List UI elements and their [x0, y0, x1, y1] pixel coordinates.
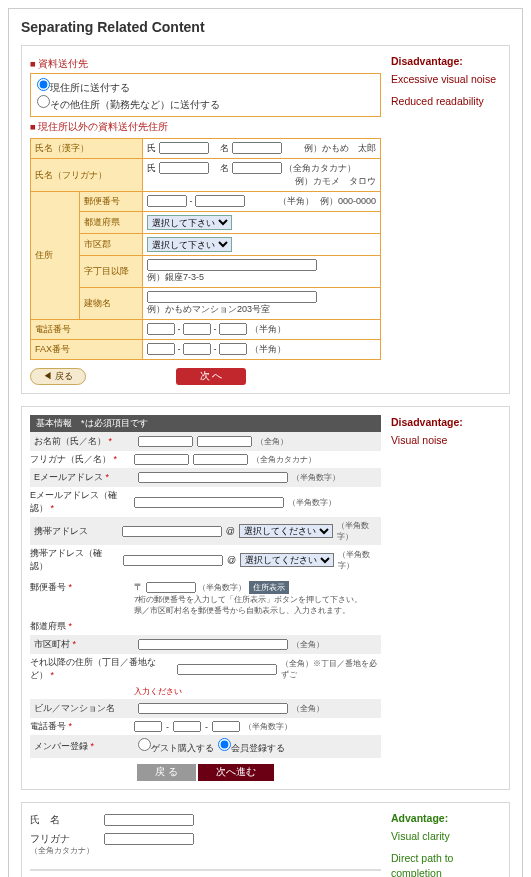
radio-member[interactable]: 会員登録する: [218, 738, 285, 755]
annotation-3-line1: Visual clarity: [391, 829, 501, 844]
example-3-content: 氏 名 フリガナ（全角カタカナ） 郵便番号（半角数字） - （7桁表示が分らない…: [30, 811, 381, 877]
label-city: 市区郡: [80, 234, 143, 256]
button-row-1: ◀ 戻る 次 へ: [30, 368, 381, 385]
input-furigana-2[interactable]: [193, 454, 248, 465]
annotation-3-title: Advantage:: [391, 811, 501, 826]
back-button[interactable]: ◀ 戻る: [30, 368, 86, 385]
page-title: Separating Related Content: [21, 19, 510, 35]
annotation-2: Disadvantage: Visual noise: [391, 415, 501, 781]
example-street: 例）銀座7-3-5: [147, 272, 204, 282]
label-prefecture: 都道府県: [30, 620, 130, 633]
radio-guest[interactable]: ゲスト購入する: [138, 738, 214, 755]
annotation-1-line1: Excessive visual noise: [391, 72, 501, 87]
input-given-kanji[interactable]: [232, 142, 282, 154]
zip-lookup-button[interactable]: 住所表示: [249, 581, 289, 594]
page: Separating Related Content 資料送付先 現住所に送付す…: [8, 8, 523, 877]
select-city[interactable]: 選択して下さい: [147, 237, 232, 252]
radio-other-address[interactable]: その他住所（勤務先など）に送付する: [37, 99, 220, 110]
label-building: 建物名: [80, 288, 143, 320]
input-email[interactable]: [138, 472, 288, 483]
input-fax-3[interactable]: [219, 343, 247, 355]
input-mobile-confirm[interactable]: [123, 555, 223, 566]
input-city[interactable]: [138, 639, 288, 650]
input-zip-1[interactable]: [147, 195, 187, 207]
label-email: Eメールアドレス: [34, 471, 134, 484]
radio-current-address[interactable]: 現住所に送付する: [37, 82, 130, 93]
annotation-2-line1: Visual noise: [391, 433, 501, 448]
annotation-3-line2: Direct path to completion: [391, 851, 501, 877]
example-building: 例）かもめマンション203号室: [147, 304, 270, 314]
radio-current-input[interactable]: [37, 78, 50, 91]
example-zip: 例）000-0000: [320, 195, 376, 208]
label-furigana: フリガナ（氏／名）: [30, 453, 130, 466]
button-row-2: 戻 る 次へ進む: [30, 764, 381, 781]
input-email-confirm[interactable]: [134, 497, 284, 508]
next-button[interactable]: 次 へ: [176, 368, 247, 385]
input-furigana[interactable]: [104, 833, 194, 845]
input-fax-2[interactable]: [183, 343, 211, 355]
input-tel-1[interactable]: [147, 323, 175, 335]
radio-other-input[interactable]: [37, 95, 50, 108]
input-surname-kana[interactable]: [159, 162, 209, 174]
header-band: 基本情報 *は必須項目です: [30, 415, 381, 432]
annotation-2-title: Disadvantage:: [391, 415, 501, 430]
example-name-kana: 例）カモメ タロウ: [295, 175, 376, 188]
label-tel: 電話番号: [31, 320, 143, 340]
input-building[interactable]: [147, 291, 317, 303]
zip-hint: 7桁の郵便番号を入力して「住所表示」ボタンを押して下さい。 県／市区町村名を郵便…: [134, 595, 362, 615]
example-name-kanji: 例）かもめ 太郎: [304, 142, 376, 155]
annotation-1-title: Disadvantage:: [391, 54, 501, 69]
input-tel-2[interactable]: [173, 721, 201, 732]
next-button[interactable]: 次へ進む: [198, 764, 274, 781]
input-building[interactable]: [138, 703, 288, 714]
label-furigana: フリガナ（全角カタカナ）: [30, 833, 96, 856]
select-mobile-domain-confirm[interactable]: 選択してください: [240, 553, 334, 567]
select-prefecture[interactable]: 選択して下さい: [147, 215, 232, 230]
section-header-destination: 資料送付先: [30, 58, 381, 71]
example-3: 氏 名 フリガナ（全角カタカナ） 郵便番号（半角数字） - （7桁表示が分らない…: [21, 802, 510, 877]
input-tel-2[interactable]: [183, 323, 211, 335]
select-mobile-domain[interactable]: 選択してください: [239, 524, 333, 538]
example-2: 基本情報 *は必須項目です お名前（氏／名）（全角） フリガナ（氏／名）（全角カ…: [21, 406, 510, 790]
label-mobile: 携帯アドレス: [34, 525, 118, 538]
label-name: 氏 名: [30, 814, 96, 827]
label-member: メンバー登録: [34, 740, 134, 753]
label-tel: 電話番号: [30, 720, 130, 733]
back-button[interactable]: 戻 る: [137, 764, 196, 781]
example-1-content: 資料送付先 現住所に送付する その他住所（勤務先など）に送付する 現住所以外の資…: [30, 54, 381, 385]
input-name-2[interactable]: [197, 436, 252, 447]
input-tel-3[interactable]: [212, 721, 240, 732]
label-email-confirm: Eメールアドレス（確認）: [30, 489, 130, 515]
label-building: ビル／マンション名: [34, 702, 134, 715]
annotation-1: Disadvantage: Excessive visual noise Red…: [391, 54, 501, 385]
input-name-1[interactable]: [138, 436, 193, 447]
input-zip[interactable]: [146, 582, 196, 593]
input-tel-3[interactable]: [219, 323, 247, 335]
input-fax-1[interactable]: [147, 343, 175, 355]
label-address: 住所: [31, 192, 80, 320]
label-name-furigana: 氏名（フリガナ）: [31, 159, 143, 192]
input-mobile-user[interactable]: [122, 526, 222, 537]
input-street[interactable]: [147, 259, 317, 271]
label-prefecture: 都道府県: [80, 212, 143, 234]
input-addr-rest[interactable]: [177, 664, 277, 675]
input-surname-kanji[interactable]: [159, 142, 209, 154]
input-furigana-1[interactable]: [134, 454, 189, 465]
label-name: お名前（氏／名）: [34, 435, 134, 448]
input-given-kana[interactable]: [232, 162, 282, 174]
label-mobile-confirm: 携帯アドレス（確認）: [30, 547, 119, 573]
label-zip: 郵便番号: [30, 581, 130, 594]
annotation-3: Advantage: Visual clarity Direct path to…: [391, 811, 501, 877]
annotation-1-line2: Reduced readability: [391, 94, 501, 109]
input-tel-1[interactable]: [134, 721, 162, 732]
input-zip-2[interactable]: [195, 195, 245, 207]
section-header-other-address: 現住所以外の資料送付先住所: [30, 121, 381, 134]
input-name[interactable]: [104, 814, 194, 826]
label-street: 字丁目以降: [80, 256, 143, 288]
destination-radio-group: 現住所に送付する その他住所（勤務先など）に送付する: [30, 73, 381, 117]
example-2-content: 基本情報 *は必須項目です お名前（氏／名）（全角） フリガナ（氏／名）（全角カ…: [30, 415, 381, 781]
label-addr-rest: それ以降の住所（丁目／番地など）: [30, 656, 173, 682]
label-zip: 郵便番号: [80, 192, 143, 212]
address-table: 氏名（漢字） 氏 名 例）かもめ 太郎 氏名（フリガナ） 氏 名 （全角カタカナ…: [30, 138, 381, 360]
label-name-kanji: 氏名（漢字）: [31, 139, 143, 159]
